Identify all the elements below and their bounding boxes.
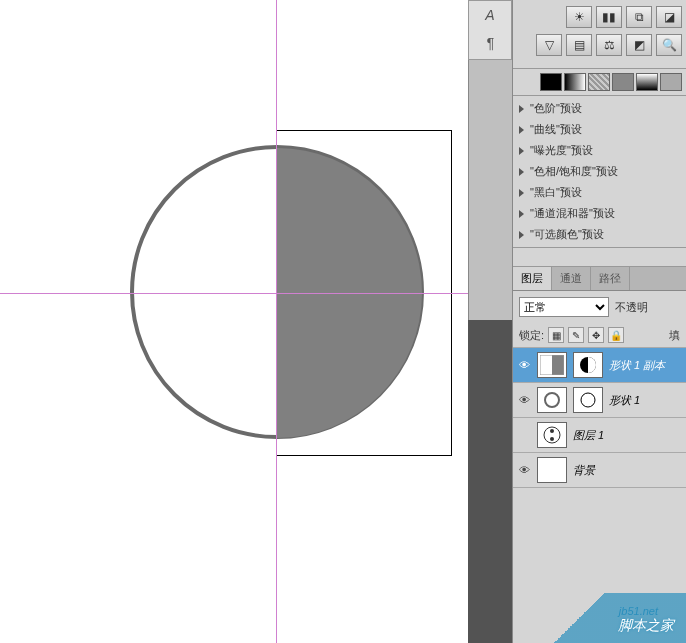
visibility-icon[interactable] bbox=[517, 428, 531, 442]
layer-mask-thumb[interactable] bbox=[573, 387, 603, 413]
preset-label: "黑白"预设 bbox=[530, 185, 582, 200]
exposure-icon[interactable]: ◪ bbox=[656, 6, 682, 28]
vibrance-icon[interactable]: ▽ bbox=[536, 34, 562, 56]
preset-item[interactable]: "黑白"预设 bbox=[513, 182, 686, 203]
layer-mask-thumb[interactable] bbox=[573, 352, 603, 378]
fill-label: 填 bbox=[669, 328, 680, 343]
preset-item[interactable]: "色阶"预设 bbox=[513, 98, 686, 119]
layers-list: 👁 形状 1 副本 👁 形状 1 图层 1 👁 背景 bbox=[513, 348, 686, 488]
layer-name[interactable]: 背景 bbox=[573, 463, 682, 478]
disclosure-icon bbox=[519, 147, 524, 155]
character-icon: A bbox=[469, 1, 511, 29]
type-panel-collapsed[interactable]: A ¶ bbox=[468, 0, 512, 60]
tab-channels[interactable]: 通道 bbox=[552, 267, 591, 290]
hue-icon[interactable]: ▤ bbox=[566, 34, 592, 56]
curves-icon[interactable]: ⧉ bbox=[626, 6, 652, 28]
preset-item[interactable]: "可选颜色"预设 bbox=[513, 224, 686, 245]
disclosure-icon bbox=[519, 126, 524, 134]
layer-row[interactable]: 图层 1 bbox=[513, 418, 686, 453]
tab-paths[interactable]: 路径 bbox=[591, 267, 630, 290]
layer-thumb[interactable] bbox=[537, 387, 567, 413]
preset-item[interactable]: "色相/饱和度"预设 bbox=[513, 161, 686, 182]
disclosure-icon bbox=[519, 210, 524, 218]
svg-point-4 bbox=[581, 393, 595, 407]
preset-item[interactable]: "通道混和器"预设 bbox=[513, 203, 686, 224]
lookup-icon[interactable]: 🔍 bbox=[656, 34, 682, 56]
preset-label: "色相/饱和度"预设 bbox=[530, 164, 618, 179]
adjustment-icons-row1: ☀ ▮▮ ⧉ ◪ ▽ ▤ ⚖ ◩ 🔍 bbox=[513, 0, 686, 69]
lock-all-icon[interactable]: 🔒 bbox=[608, 327, 624, 343]
swatch[interactable] bbox=[612, 73, 634, 91]
panel-tabs: 图层 通道 路径 bbox=[513, 266, 686, 291]
swatch[interactable] bbox=[660, 73, 682, 91]
layer-row[interactable]: 👁 形状 1 副本 bbox=[513, 348, 686, 383]
disclosure-icon bbox=[519, 189, 524, 197]
svg-point-7 bbox=[550, 437, 554, 441]
lock-pixels-icon[interactable]: ✎ bbox=[568, 327, 584, 343]
preset-swatches bbox=[513, 69, 686, 96]
preset-label: "曝光度"预设 bbox=[530, 143, 593, 158]
disclosure-icon bbox=[519, 105, 524, 113]
preset-label: "色阶"预设 bbox=[530, 101, 582, 116]
layer-name[interactable]: 形状 1 bbox=[609, 393, 682, 408]
guide-vertical[interactable] bbox=[276, 0, 277, 643]
layer-thumb[interactable] bbox=[537, 352, 567, 378]
layer-name[interactable]: 图层 1 bbox=[573, 428, 682, 443]
guide-horizontal[interactable] bbox=[0, 293, 468, 294]
preset-label: "可选颜色"预设 bbox=[530, 227, 604, 242]
canvas[interactable] bbox=[0, 0, 468, 643]
preset-label: "曲线"预设 bbox=[530, 122, 582, 137]
lock-transparent-icon[interactable]: ▦ bbox=[548, 327, 564, 343]
layer-row[interactable]: 👁 形状 1 bbox=[513, 383, 686, 418]
layer-thumb[interactable] bbox=[537, 457, 567, 483]
paragraph-icon: ¶ bbox=[469, 29, 511, 57]
visibility-icon[interactable]: 👁 bbox=[517, 358, 531, 372]
levels-icon[interactable]: ▮▮ bbox=[596, 6, 622, 28]
preset-item[interactable]: "曝光度"预设 bbox=[513, 140, 686, 161]
svg-point-3 bbox=[545, 393, 559, 407]
swatch[interactable] bbox=[540, 73, 562, 91]
presets-list: "色阶"预设 "曲线"预设 "曝光度"预设 "色相/饱和度"预设 "黑白"预设 … bbox=[513, 96, 686, 248]
disclosure-icon bbox=[519, 231, 524, 239]
blend-row: 正常 不透明 bbox=[513, 291, 686, 323]
layer-thumb[interactable] bbox=[537, 422, 567, 448]
watermark-url: jb51.net bbox=[619, 605, 658, 617]
bw-icon[interactable]: ◩ bbox=[626, 34, 652, 56]
svg-rect-0 bbox=[552, 355, 564, 375]
swatch[interactable] bbox=[564, 73, 586, 91]
opacity-label: 不透明 bbox=[615, 300, 648, 315]
blend-mode-select[interactable]: 正常 bbox=[519, 297, 609, 317]
preset-item[interactable]: "曲线"预设 bbox=[513, 119, 686, 140]
watermark-name: 脚本之家 bbox=[618, 617, 674, 635]
visibility-icon[interactable]: 👁 bbox=[517, 463, 531, 477]
layer-name[interactable]: 形状 1 副本 bbox=[609, 358, 682, 373]
tab-layers[interactable]: 图层 bbox=[513, 267, 552, 290]
lock-row: 锁定: ▦ ✎ ✥ 🔒 填 bbox=[513, 323, 686, 348]
swatch[interactable] bbox=[588, 73, 610, 91]
layer-row[interactable]: 👁 背景 bbox=[513, 453, 686, 488]
panels-column: ☀ ▮▮ ⧉ ◪ ▽ ▤ ⚖ ◩ 🔍 "色阶"预设 "曲线"预设 "曝光度"预设… bbox=[512, 0, 686, 643]
disclosure-icon bbox=[519, 168, 524, 176]
visibility-icon[interactable]: 👁 bbox=[517, 393, 531, 407]
preset-label: "通道混和器"预设 bbox=[530, 206, 615, 221]
svg-point-6 bbox=[550, 429, 554, 433]
lock-position-icon[interactable]: ✥ bbox=[588, 327, 604, 343]
balance-icon[interactable]: ⚖ bbox=[596, 34, 622, 56]
swatch[interactable] bbox=[636, 73, 658, 91]
brightness-icon[interactable]: ☀ bbox=[566, 6, 592, 28]
lock-label: 锁定: bbox=[519, 328, 544, 343]
